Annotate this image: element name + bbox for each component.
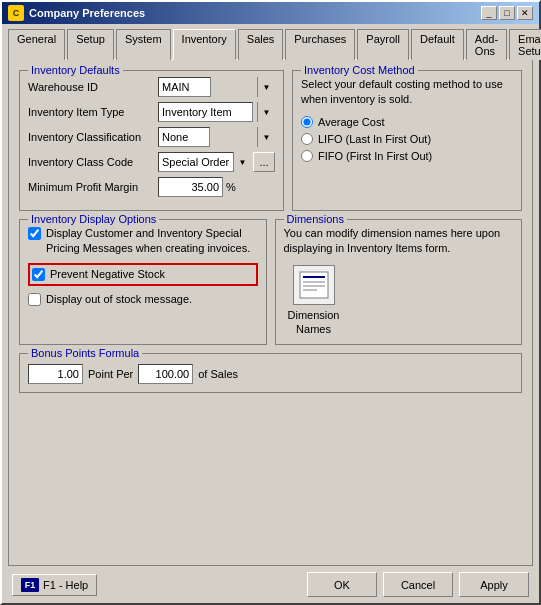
radio-average-label: Average Cost <box>318 116 384 128</box>
radio-row-average: Average Cost <box>301 116 513 128</box>
checkbox-prevent-negative[interactable] <box>32 268 45 281</box>
checkbox-row-prevent-negative: Prevent Negative Stock <box>28 263 258 286</box>
cost-method-description: Select your default costing method to us… <box>301 77 513 108</box>
action-buttons: OK Cancel Apply <box>307 572 529 597</box>
tab-inventory[interactable]: Inventory <box>173 29 236 60</box>
display-options-group: Inventory Display Options Display Custom… <box>19 219 267 345</box>
close-button[interactable]: ✕ <box>517 6 533 20</box>
tab-addons[interactable]: Add-Ons <box>466 29 507 60</box>
tab-system[interactable]: System <box>116 29 171 60</box>
tab-bar: General Setup System Inventory Sales Pur… <box>2 24 539 59</box>
radio-fifo[interactable] <box>301 150 313 162</box>
tab-content: Inventory Defaults Warehouse ID MAIN ▼ I… <box>8 59 533 566</box>
item-type-select-container: Inventory Item ▼ <box>158 102 275 122</box>
bonus-point-value-input[interactable] <box>28 364 83 384</box>
checkbox-out-of-stock[interactable] <box>28 293 41 306</box>
checkbox-out-of-stock-label: Display out of stock message. <box>46 292 192 307</box>
profit-row: Minimum Profit Margin % <box>28 177 275 197</box>
item-type-label: Inventory Item Type <box>28 106 158 118</box>
profit-pct-label: % <box>226 181 236 193</box>
classification-label: Inventory Classification <box>28 131 158 143</box>
middle-panels: Inventory Display Options Display Custom… <box>19 219 522 345</box>
inventory-cost-title: Inventory Cost Method <box>301 64 418 76</box>
bottom-bar: F1 F1 - Help OK Cancel Apply <box>2 566 539 603</box>
checkbox-row-out-of-stock: Display out of stock message. <box>28 292 258 307</box>
radio-fifo-label: FIFO (First In First Out) <box>318 150 432 162</box>
maximize-button[interactable]: □ <box>499 6 515 20</box>
main-window: C Company Preferences _ □ ✕ General Setu… <box>0 0 541 605</box>
svg-rect-2 <box>303 281 325 283</box>
warehouse-select[interactable]: MAIN <box>158 77 211 97</box>
inventory-defaults-group: Inventory Defaults Warehouse ID MAIN ▼ I… <box>19 70 284 211</box>
bonus-points-title: Bonus Points Formula <box>28 347 142 359</box>
tab-default[interactable]: Default <box>411 29 464 60</box>
svg-rect-3 <box>303 285 325 287</box>
bonus-sales-value-input[interactable] <box>138 364 193 384</box>
class-code-select-container: Special Order ▼ <box>158 152 251 172</box>
dimensions-title: Dimensions <box>284 213 347 225</box>
item-type-select[interactable]: Inventory Item <box>158 102 253 122</box>
inventory-cost-group: Inventory Cost Method Select your defaul… <box>292 70 522 211</box>
class-code-ellipsis-button[interactable]: ... <box>253 152 275 172</box>
cost-method-radio-group: Average Cost LIFO (Last In First Out) FI… <box>301 116 513 162</box>
radio-average-cost[interactable] <box>301 116 313 128</box>
checkbox-special-pricing-label: Display Customer and Inventory Special P… <box>46 226 258 257</box>
apply-button[interactable]: Apply <box>459 572 529 597</box>
radio-row-fifo: FIFO (First In First Out) <box>301 150 513 162</box>
help-button[interactable]: F1 F1 - Help <box>12 574 97 596</box>
window-icon: C <box>8 5 24 21</box>
bonus-point-per-label: Point Per <box>88 368 133 380</box>
warehouse-select-container: MAIN ▼ <box>158 77 275 97</box>
f1-icon: F1 <box>21 578 39 592</box>
window-title: Company Preferences <box>29 7 145 19</box>
class-code-label: Inventory Class Code <box>28 156 158 168</box>
bonus-of-sales-label: of Sales <box>198 368 238 380</box>
dimension-icon-svg <box>298 270 330 300</box>
tab-payroll[interactable]: Payroll <box>357 29 409 60</box>
classification-select-container: None ▼ <box>158 127 275 147</box>
svg-rect-1 <box>303 276 325 278</box>
class-code-input-group: Special Order ▼ ... <box>158 152 275 172</box>
dimension-names-button[interactable]: DimensionNames <box>284 265 344 337</box>
title-buttons: _ □ ✕ <box>481 6 533 20</box>
cancel-button[interactable]: Cancel <box>383 572 453 597</box>
radio-lifo-label: LIFO (Last In First Out) <box>318 133 431 145</box>
checkbox-row-special-pricing: Display Customer and Inventory Special P… <box>28 226 258 257</box>
tab-sales[interactable]: Sales <box>238 29 284 60</box>
dimensions-group: Dimensions You can modify dimension name… <box>275 219 523 345</box>
minimize-button[interactable]: _ <box>481 6 497 20</box>
display-options-title: Inventory Display Options <box>28 213 159 225</box>
radio-lifo[interactable] <box>301 133 313 145</box>
classification-row: Inventory Classification None ▼ <box>28 127 275 147</box>
inventory-defaults-title: Inventory Defaults <box>28 64 123 76</box>
bonus-points-row: Point Per of Sales <box>28 360 513 384</box>
dimension-icon-label: DimensionNames <box>288 308 340 337</box>
dimension-icon <box>293 265 335 305</box>
profit-label: Minimum Profit Margin <box>28 181 158 193</box>
warehouse-dropdown-arrow: ▼ <box>257 77 275 97</box>
dimensions-description: You can modify dimension names here upon… <box>284 226 514 257</box>
class-code-row: Inventory Class Code Special Order ▼ ... <box>28 152 275 172</box>
tab-setup[interactable]: Setup <box>67 29 114 60</box>
ok-button[interactable]: OK <box>307 572 377 597</box>
checkbox-prevent-negative-label: Prevent Negative Stock <box>50 267 165 282</box>
item-type-dropdown-arrow: ▼ <box>257 102 275 122</box>
help-label: F1 - Help <box>43 579 88 591</box>
tab-purchases[interactable]: Purchases <box>285 29 355 60</box>
title-bar: C Company Preferences _ □ ✕ <box>2 2 539 24</box>
profit-margin-input[interactable] <box>158 177 223 197</box>
class-code-select[interactable]: Special Order <box>158 152 251 172</box>
title-bar-left: C Company Preferences <box>8 5 145 21</box>
warehouse-row: Warehouse ID MAIN ▼ <box>28 77 275 97</box>
item-type-row: Inventory Item Type Inventory Item ▼ <box>28 102 275 122</box>
classification-select[interactable]: None <box>158 127 210 147</box>
radio-row-lifo: LIFO (Last In First Out) <box>301 133 513 145</box>
tab-general[interactable]: General <box>8 29 65 60</box>
top-panels: Inventory Defaults Warehouse ID MAIN ▼ I… <box>19 70 522 211</box>
bonus-points-group: Bonus Points Formula Point Per of Sales <box>19 353 522 393</box>
classification-dropdown-arrow: ▼ <box>257 127 275 147</box>
warehouse-label: Warehouse ID <box>28 81 158 93</box>
svg-rect-4 <box>303 289 317 291</box>
tab-emailsetup[interactable]: Email Setup <box>509 29 541 60</box>
checkbox-special-pricing[interactable] <box>28 227 41 240</box>
